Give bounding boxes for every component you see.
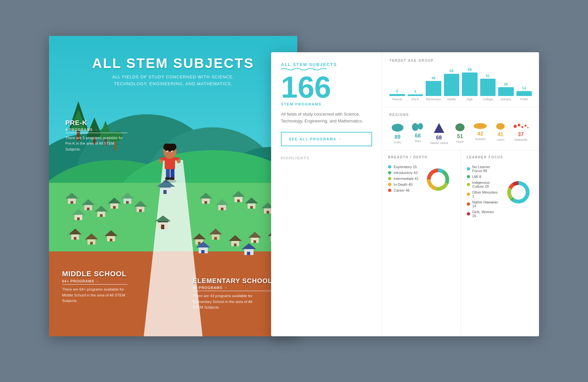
svg-point-110 bbox=[172, 151, 173, 152]
stats-column: ALL STEM SUBJECTS 166 STEM PROGRAMS All … bbox=[271, 52, 382, 336]
elementary-section: ELEMENTARY SCHOOL 43 PROGRAMS → There ar… bbox=[193, 277, 272, 310]
svg-point-115 bbox=[455, 123, 465, 131]
svg-marker-49 bbox=[216, 199, 229, 205]
learner-legend-item: LMI 8 bbox=[467, 175, 499, 179]
svg-rect-78 bbox=[214, 237, 217, 240]
middle-programs: 64+ PROGRAMS → bbox=[62, 279, 127, 285]
svg-marker-61 bbox=[69, 229, 82, 234]
breadth-donut-container: Exploratory 15Introductory 43Intermediat… bbox=[388, 165, 455, 194]
age-group-panel: TARGET AGE GROUP 6 Parents 5 Pre-K 44 El… bbox=[382, 52, 539, 107]
svg-rect-47 bbox=[204, 201, 207, 204]
svg-point-119 bbox=[518, 124, 520, 126]
svg-rect-98 bbox=[170, 177, 174, 180]
svg-point-102 bbox=[159, 159, 163, 163]
subject-label: ALL STEM SUBJECTS bbox=[281, 62, 372, 67]
stem-description: All fields of study concerned with Scien… bbox=[281, 111, 372, 125]
svg-rect-36 bbox=[126, 201, 129, 204]
svg-marker-67 bbox=[105, 230, 118, 236]
middle-section: MIDDLE SCHOOL 64+ PROGRAMS → There are 6… bbox=[62, 270, 127, 304]
regions-panel: REGIONS 89 O'ahu 68 Maui 68 Hawai'i Isla… bbox=[382, 107, 539, 150]
learner-legend-item: Indigenous Culture 29 bbox=[467, 181, 499, 188]
svg-rect-59 bbox=[267, 211, 269, 214]
svg-point-122 bbox=[527, 127, 529, 128]
svg-marker-64 bbox=[85, 233, 98, 239]
svg-rect-30 bbox=[100, 214, 103, 217]
prek-section: PRE-K 4 PROGRAMS → There are 5 programs … bbox=[65, 119, 127, 152]
big-count: 166 bbox=[281, 72, 372, 102]
svg-rect-43 bbox=[163, 190, 167, 194]
svg-marker-35 bbox=[121, 193, 134, 199]
data-panel: ALL STEM SUBJECTS 166 STEM PROGRAMS All … bbox=[271, 52, 539, 336]
svg-rect-97 bbox=[165, 177, 170, 180]
prek-label: PRE-K bbox=[65, 119, 127, 127]
svg-marker-114 bbox=[434, 123, 444, 133]
svg-point-109 bbox=[168, 151, 169, 152]
svg-marker-26 bbox=[72, 209, 85, 215]
prek-programs: 4 PROGRAMS → bbox=[65, 128, 127, 133]
svg-rect-95 bbox=[166, 168, 170, 178]
learner-donut-container: No Learner Focus 98LMI 8Indigenous Cultu… bbox=[467, 165, 533, 220]
learner-legend-item: Other Minorities 1 bbox=[467, 190, 499, 198]
middle-label: MIDDLE SCHOOL bbox=[62, 270, 127, 278]
svg-point-113 bbox=[418, 123, 423, 130]
breadth-title: BREADTH / DEPTH bbox=[388, 155, 455, 159]
poster-title-area: ALL STEM SUBJECTS ALL FIELDS OF STUDY CO… bbox=[49, 56, 297, 88]
svg-marker-80 bbox=[229, 235, 242, 241]
learner-title: LEARNER FOCUS bbox=[467, 155, 533, 159]
svg-rect-93 bbox=[247, 252, 250, 255]
svg-marker-23 bbox=[82, 199, 95, 205]
age-group-title: TARGET AGE GROUP bbox=[389, 59, 532, 62]
highlights-label: HIGHLIGHTS bbox=[281, 156, 372, 160]
svg-rect-50 bbox=[221, 208, 223, 210]
bar-item-parents: 6 Parents bbox=[389, 89, 405, 101]
region-item-maui: 68 Maui bbox=[410, 122, 426, 145]
svg-rect-81 bbox=[234, 244, 237, 246]
breadth-legend-item: Intermediate 41 bbox=[388, 177, 418, 181]
svg-point-103 bbox=[177, 159, 181, 163]
svg-rect-96 bbox=[171, 168, 174, 178]
svg-rect-71 bbox=[161, 225, 164, 229]
svg-rect-68 bbox=[110, 239, 112, 241]
regions-title: REGIONS bbox=[389, 113, 532, 117]
prek-desc: There are 5 programs available for Pre-K… bbox=[65, 135, 127, 152]
bar-item-middle: 65 Middle bbox=[444, 69, 460, 101]
bar-item-public: 14 Public bbox=[516, 86, 532, 101]
region-item-molokai: 42 Moloka'i bbox=[472, 122, 488, 145]
programs-label: STEM PROGRAMS bbox=[281, 102, 372, 106]
elementary-desc: There are 43 programs available for Elem… bbox=[193, 293, 255, 310]
svg-rect-84 bbox=[253, 240, 256, 243]
illustrated-poster: ALL STEM SUBJECTS ALL FIELDS OF STUDY CO… bbox=[49, 36, 297, 336]
svg-marker-46 bbox=[199, 193, 212, 199]
svg-marker-92 bbox=[242, 243, 256, 249]
svg-point-117 bbox=[496, 123, 505, 130]
bar-chart: 6 Parents 5 Pre-K 44 Elementary 65 Middl… bbox=[389, 68, 532, 101]
houses-svg bbox=[56, 173, 291, 271]
breadth-legend: Exploratory 15Introductory 43Intermediat… bbox=[388, 165, 418, 194]
region-item-kauai: 51 Kaua'i bbox=[452, 122, 468, 145]
learner-legend-item: No Learner Focus 98 bbox=[467, 165, 499, 173]
breadth-legend-item: Introductory 43 bbox=[388, 171, 418, 175]
svg-rect-53 bbox=[237, 199, 240, 202]
svg-marker-52 bbox=[232, 191, 245, 197]
breadth-legend-item: Exploratory 15 bbox=[388, 165, 418, 169]
breadth-legend-item: Career 46 bbox=[388, 188, 418, 192]
svg-point-112 bbox=[412, 123, 418, 131]
breadth-legend-item: In-Depth 40 bbox=[388, 183, 418, 186]
poster-main-title: ALL STEM SUBJECTS bbox=[49, 56, 297, 71]
svg-marker-20 bbox=[65, 193, 78, 199]
bar-item-pre-k: 5 Pre-K bbox=[408, 89, 423, 101]
svg-marker-83 bbox=[248, 232, 261, 238]
learner-panel: LEARNER FOCUS No Learner Focus 98LMI 8In… bbox=[461, 150, 539, 336]
bottom-panels: BREADTH / DEPTH Exploratory 15Introducto… bbox=[382, 150, 539, 336]
svg-point-120 bbox=[521, 126, 523, 128]
elementary-programs: 43 PROGRAMS → bbox=[193, 286, 272, 291]
svg-point-94 bbox=[163, 180, 176, 183]
svg-marker-32 bbox=[108, 198, 121, 203]
svg-marker-29 bbox=[95, 206, 108, 212]
svg-rect-62 bbox=[74, 237, 76, 240]
see-all-button[interactable]: SEE ALL PROGRAMS → bbox=[281, 132, 372, 146]
region-item-hawaiiisland: 68 Hawai'i Island bbox=[430, 122, 448, 145]
svg-point-121 bbox=[525, 125, 527, 127]
svg-rect-27 bbox=[77, 217, 80, 220]
regions-grid: 89 O'ahu 68 Maui 68 Hawai'i Island 51 Ka… bbox=[389, 122, 532, 145]
